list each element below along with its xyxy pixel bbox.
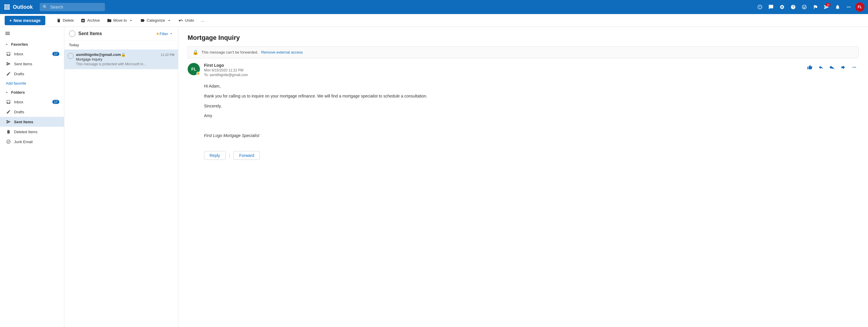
search-input[interactable]	[40, 3, 105, 11]
sidebar-item-fav-inbox[interactable]: Inbox 17	[0, 49, 64, 59]
more-apps-icon[interactable]	[844, 2, 854, 12]
skype-icon[interactable]	[755, 2, 765, 12]
svg-rect-8	[8, 8, 10, 10]
email-preview: This message is protected with Microsoft…	[76, 62, 175, 66]
email-para1: thank you for calling us to inquire on y…	[204, 93, 859, 100]
svg-rect-7	[6, 8, 8, 10]
sidebar-item-fav-drafts[interactable]: Drafts	[0, 69, 64, 79]
email-subject: Mortgage Inquiry	[76, 57, 175, 61]
remove-external-access-link[interactable]: Remove external access	[261, 50, 303, 54]
email-checkbox[interactable]	[68, 53, 74, 59]
lock-banner-icon: 🔒	[193, 50, 198, 55]
svg-rect-4	[6, 6, 8, 8]
main-layout: Favorites Inbox 17 Sent Items Drafts Add…	[0, 27, 868, 327]
email-closing: Sincerely,	[204, 103, 859, 110]
svg-rect-2	[8, 4, 10, 6]
email-list-panel: Sent Items ★ Filter Today asmithignite@g…	[64, 27, 178, 327]
inbox-icon	[6, 51, 11, 56]
move-to-button[interactable]: Move to	[104, 17, 136, 24]
archive-icon	[81, 18, 85, 23]
folder-deleted-icon	[6, 129, 11, 134]
forward-button-header[interactable]	[839, 63, 847, 72]
email-item-content: asmithignite@gmail.com 🔒 11:22 PM Mortga…	[76, 52, 175, 66]
top-bar-icons: 19 FL	[755, 2, 865, 12]
email-greeting: Hi Adam,	[204, 83, 859, 90]
send-badge: 19	[825, 3, 831, 6]
folder-star-icon[interactable]: ★	[156, 31, 160, 36]
move-to-icon	[107, 18, 112, 23]
user-avatar[interactable]: FL	[855, 2, 865, 12]
svg-rect-6	[4, 8, 6, 10]
categorize-button[interactable]: Categorize	[137, 17, 175, 24]
new-message-button[interactable]: + New message	[5, 16, 45, 25]
add-favorite-link[interactable]: Add favorite	[0, 79, 64, 88]
sidebar: Favorites Inbox 17 Sent Items Drafts Add…	[0, 27, 64, 327]
waffle-icon[interactable]	[3, 3, 10, 10]
drafts-fav-icon	[6, 71, 11, 76]
emoji-icon[interactable]	[800, 2, 809, 12]
forward-footer-button[interactable]: Forward	[234, 151, 259, 160]
sidebar-item-folder-sent[interactable]: Sent Items	[0, 117, 64, 127]
sent-fav-icon	[6, 61, 11, 66]
app-title: Outlook	[13, 4, 33, 10]
email-list-item[interactable]: asmithignite@gmail.com 🔒 11:22 PM Mortga…	[64, 50, 178, 70]
categorize-icon	[140, 18, 145, 23]
favorites-section-header[interactable]: Favorites	[0, 40, 64, 49]
svg-rect-3	[4, 6, 6, 8]
delete-icon	[56, 18, 61, 23]
email-signature: First Logo Mortgage Specialist	[204, 132, 859, 139]
folder-inbox-icon	[6, 99, 11, 105]
protection-message: This message can't be forwarded.	[202, 50, 258, 54]
categorize-chevron-icon	[167, 18, 172, 23]
sidebar-item-folder-deleted[interactable]: Deleted Items	[0, 127, 64, 137]
send-badge-icon[interactable]: 19	[822, 2, 831, 12]
email-meta: First Logo Mon 6/15/2020 11:22 PM To: as…	[204, 63, 805, 77]
filter-button[interactable]: Filter	[160, 32, 173, 36]
folders-section-header[interactable]: Folders	[0, 88, 64, 97]
email-date: Mon 6/15/2020 11:22 PM	[204, 68, 805, 72]
more-email-button[interactable]	[850, 63, 859, 72]
email-list-title: Sent Items	[78, 31, 154, 36]
email-from-name: First Logo	[204, 63, 805, 67]
sidebar-item-fav-sent[interactable]: Sent Items	[0, 59, 64, 69]
undo-icon	[179, 18, 183, 23]
svg-rect-1	[6, 4, 8, 6]
email-pane-title: Mortgage Inquiry	[188, 34, 859, 42]
email-list-header: Sent Items ★ Filter	[64, 27, 178, 41]
sidebar-item-folder-junk[interactable]: Junk Email	[0, 137, 64, 147]
select-all-checkbox[interactable]	[69, 30, 75, 37]
reply-footer-button[interactable]: Reply	[204, 151, 226, 160]
toolbar: + New message Delete Archive Move to Cat…	[0, 14, 868, 27]
undo-button[interactable]: Undo	[176, 17, 197, 24]
settings-icon[interactable]	[777, 2, 787, 12]
folders-chevron-icon	[5, 90, 9, 94]
lock-icon: 🔒	[121, 52, 126, 57]
filter-chevron-icon	[169, 32, 173, 36]
thumbs-up-button[interactable]	[805, 63, 814, 72]
flag-icon[interactable]	[811, 2, 820, 12]
folder-sent-icon	[6, 119, 11, 125]
delete-button[interactable]: Delete	[54, 17, 77, 24]
sidebar-collapse-btn[interactable]	[0, 27, 64, 40]
move-to-chevron-icon	[129, 18, 133, 23]
footer-separator: |	[229, 153, 230, 158]
email-actions	[805, 63, 859, 72]
email-reading-pane: Mortgage Inquiry 🔒 This message can't be…	[178, 27, 868, 327]
email-footer-actions: Reply | Forward	[188, 146, 859, 160]
reply-all-button[interactable]	[828, 63, 836, 72]
email-to: To: asmithignite@gmail.com	[204, 73, 805, 77]
feedback-icon[interactable]	[766, 2, 776, 12]
help-icon[interactable]	[788, 2, 798, 12]
top-bar: Outlook 🔍 19 FL	[0, 0, 868, 14]
sidebar-item-folder-drafts[interactable]: Drafts	[0, 107, 64, 117]
more-toolbar-button[interactable]: ...	[198, 17, 207, 24]
sender-status-dot	[196, 72, 200, 75]
email-author-name: Amy	[204, 112, 859, 119]
bell-icon[interactable]	[833, 2, 842, 12]
archive-button[interactable]: Archive	[78, 17, 102, 24]
chevron-down-icon	[5, 43, 9, 47]
email-sender: asmithignite@gmail.com	[76, 52, 121, 57]
reply-button-header[interactable]	[816, 63, 825, 72]
sidebar-item-folder-inbox[interactable]: Inbox 17	[0, 97, 64, 107]
folder-junk-icon	[6, 139, 11, 144]
